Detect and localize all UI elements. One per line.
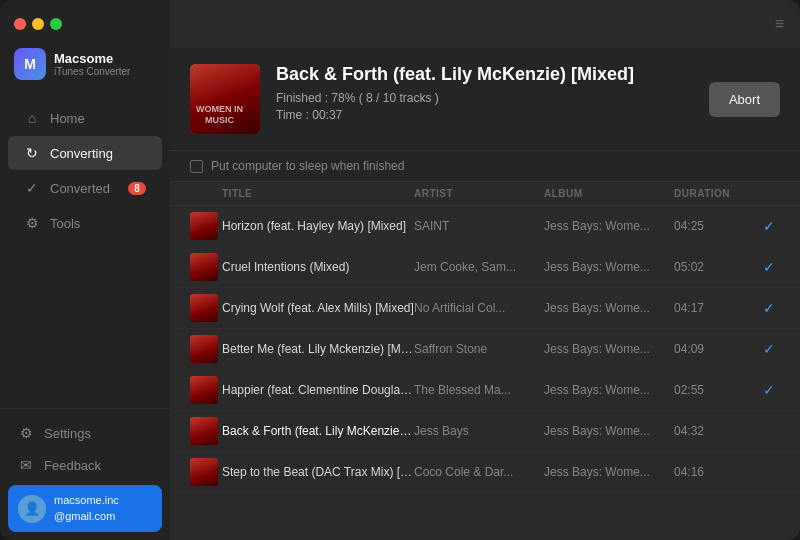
track-title: Happier (feat. Clementine Douglas) [..… <box>222 383 414 397</box>
sidebar-feedback-label: Feedback <box>44 458 101 473</box>
brand-icon: M <box>14 48 46 80</box>
table-row[interactable]: Back & Forth (feat. Lily McKenzie) [Mi..… <box>170 411 800 452</box>
sidebar-item-home[interactable]: ⌂ Home <box>8 101 162 135</box>
track-album: Jess Bays: Wome... <box>544 301 674 315</box>
track-title-col: Back & Forth (feat. Lily McKenzie) [Mi..… <box>222 424 414 438</box>
track-album: Jess Bays: Wome... <box>544 383 674 397</box>
track-thumbnail <box>190 376 218 404</box>
user-email-line1: macsome.inc <box>54 494 119 506</box>
track-title: Back & Forth (feat. Lily McKenzie) [Mi..… <box>222 424 414 438</box>
sidebar-item-converting[interactable]: ↻ Converting <box>8 136 162 170</box>
track-artist: SAINT <box>414 219 544 233</box>
album-progress-text: Finished : 78% ( 8 / 10 tracks ) <box>276 91 693 105</box>
user-email: macsome.inc @gmail.com <box>54 493 119 524</box>
table-row[interactable]: Better Me (feat. Lily Mckenzie) [Mixed] … <box>170 329 800 370</box>
track-thumbnail <box>190 294 218 322</box>
album-art-label: WOMEN INMUSIC <box>196 104 243 126</box>
track-duration: 02:55 <box>674 383 754 397</box>
titlebar-main: ≡ <box>170 0 800 48</box>
track-duration: 04:32 <box>674 424 754 438</box>
track-title-col: Cruel Intentions (Mixed) <box>222 260 414 274</box>
table-row[interactable]: Horizon (feat. Hayley May) [Mixed] SAINT… <box>170 206 800 247</box>
sidebar-item-home-label: Home <box>50 111 85 126</box>
track-title-col: Step to the Beat (DAC Trax Mix) [Mixed] <box>222 465 414 479</box>
track-thumbnail <box>190 417 218 445</box>
track-rows: Horizon (feat. Hayley May) [Mixed] SAINT… <box>170 206 800 493</box>
sidebar-item-tools[interactable]: ⚙ Tools <box>8 206 162 240</box>
track-artist: Saffron Stone <box>414 342 544 356</box>
sleep-label: Put computer to sleep when finished <box>211 159 404 173</box>
album-header: WOMEN INMUSIC Back & Forth (feat. Lily M… <box>170 48 800 151</box>
track-duration: 05:02 <box>674 260 754 274</box>
col-title: TITLE <box>222 188 414 199</box>
col-album: ALBUM <box>544 188 674 199</box>
track-status: ✓ <box>754 300 784 316</box>
track-thumb-col <box>186 376 222 404</box>
sidebar-settings-label: Settings <box>44 426 91 441</box>
main-content: ≡ WOMEN INMUSIC Back & Forth (feat. Lily… <box>170 0 800 540</box>
track-title: Cruel Intentions (Mixed) <box>222 260 349 274</box>
sidebar-bottom: ⚙ Settings ✉ Feedback 👤 macsome.inc @gma… <box>0 408 170 540</box>
avatar: 👤 <box>18 495 46 523</box>
col-artist: ARTIST <box>414 188 544 199</box>
track-artist: No Artificial Col... <box>414 301 544 315</box>
tools-icon: ⚙ <box>24 215 40 231</box>
track-thumbnail <box>190 212 218 240</box>
menu-icon[interactable]: ≡ <box>775 15 784 33</box>
track-thumb-col <box>186 458 222 486</box>
brand-text: Macsome iTunes Converter <box>54 51 130 77</box>
album-art-inner: WOMEN INMUSIC <box>190 64 260 134</box>
sidebar: M Macsome iTunes Converter ⌂ Home ↻ Conv… <box>0 0 170 540</box>
track-thumb-col <box>186 294 222 322</box>
track-title: Better Me (feat. Lily Mckenzie) [Mixed] <box>222 342 414 356</box>
close-button[interactable] <box>14 18 26 30</box>
sidebar-item-converting-label: Converting <box>50 146 113 161</box>
brand: M Macsome iTunes Converter <box>0 48 170 92</box>
sleep-checkbox[interactable] <box>190 160 203 173</box>
sidebar-item-tools-label: Tools <box>50 216 80 231</box>
album-art: WOMEN INMUSIC <box>190 64 260 134</box>
user-email-line2: @gmail.com <box>54 510 115 522</box>
track-artist: Coco Cole & Dar... <box>414 465 544 479</box>
minimize-button[interactable] <box>32 18 44 30</box>
traffic-lights <box>14 18 62 30</box>
converting-icon: ↻ <box>24 145 40 161</box>
track-duration: 04:17 <box>674 301 754 315</box>
track-thumbnail <box>190 458 218 486</box>
track-artist: Jess Bays <box>414 424 544 438</box>
sidebar-item-feedback[interactable]: ✉ Feedback <box>8 449 162 481</box>
album-time: Time : 00:37 <box>276 108 693 122</box>
album-title: Back & Forth (feat. Lily McKenzie) [Mixe… <box>276 64 693 85</box>
user-section[interactable]: 👤 macsome.inc @gmail.com <box>8 485 162 532</box>
track-title-col: Happier (feat. Clementine Douglas) [..… <box>222 383 414 397</box>
converted-badge: 8 <box>128 182 146 195</box>
track-status: ✓ <box>754 259 784 275</box>
table-row[interactable]: Cruel Intentions (Mixed) Jem Cooke, Sam.… <box>170 247 800 288</box>
col-thumb <box>186 188 222 199</box>
track-thumb-col <box>186 212 222 240</box>
track-thumbnail <box>190 253 218 281</box>
track-list-header: TITLE ARTIST ALBUM DURATION <box>170 182 800 206</box>
table-row[interactable]: Happier (feat. Clementine Douglas) [..… … <box>170 370 800 411</box>
track-duration: 04:09 <box>674 342 754 356</box>
track-album: Jess Bays: Wome... <box>544 260 674 274</box>
settings-icon: ⚙ <box>18 425 34 441</box>
track-duration: 04:16 <box>674 465 754 479</box>
track-title-col: Crying Wolf (feat. Alex Mills) [Mixed] <box>222 301 414 315</box>
feedback-icon: ✉ <box>18 457 34 473</box>
track-album: Jess Bays: Wome... <box>544 219 674 233</box>
track-status: ✓ <box>754 382 784 398</box>
maximize-button[interactable] <box>50 18 62 30</box>
sidebar-item-settings[interactable]: ⚙ Settings <box>8 417 162 449</box>
titlebar-sidebar <box>0 0 170 48</box>
track-thumb-col <box>186 253 222 281</box>
track-list: TITLE ARTIST ALBUM DURATION Horizon (fea… <box>170 182 800 540</box>
table-row[interactable]: Step to the Beat (DAC Trax Mix) [Mixed] … <box>170 452 800 493</box>
track-thumb-col <box>186 417 222 445</box>
col-status <box>754 188 784 199</box>
table-row[interactable]: Crying Wolf (feat. Alex Mills) [Mixed] N… <box>170 288 800 329</box>
abort-button[interactable]: Abort <box>709 82 780 117</box>
sidebar-item-converted[interactable]: ✓ Converted 8 <box>8 171 162 205</box>
brand-subtitle: iTunes Converter <box>54 66 130 77</box>
track-album: Jess Bays: Wome... <box>544 465 674 479</box>
